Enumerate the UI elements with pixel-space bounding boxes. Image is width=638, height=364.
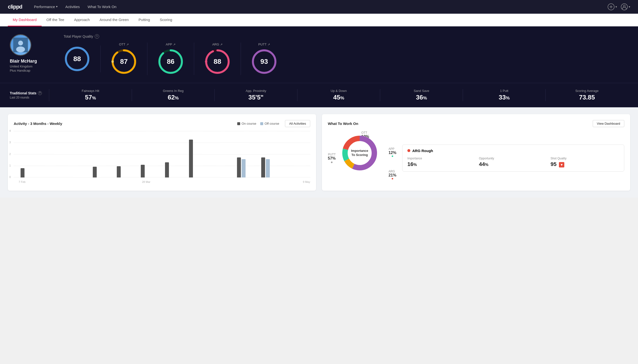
bar-on-11: [261, 158, 265, 178]
tab-off-the-tee[interactable]: Off the Tee: [42, 14, 69, 26]
svg-point-4: [623, 5, 625, 7]
stat-scoring-average: Scoring Average 73.85: [545, 89, 628, 101]
tab-around-the-green[interactable]: Around the Green: [95, 14, 134, 26]
x-axis-labels: 7 Feb 28 Mar 9 May: [19, 179, 310, 185]
putt-arrow-icon: ↗: [268, 43, 270, 46]
player-name: Blair McHarg: [10, 59, 37, 64]
gauge-label-ott: OTT ↗: [119, 42, 129, 46]
svg-point-3: [621, 4, 627, 10]
gauge-arg: ARG ↗ 88: [194, 42, 241, 75]
legend-off-course: Off course: [260, 122, 279, 126]
gauge-label-putt: PUTT ↗: [258, 42, 270, 46]
what-to-work-on-header: What To Work On View Dashboard: [328, 120, 624, 127]
help-icon[interactable]: ?: [95, 34, 99, 38]
activity-chart-title: Activity - 3 Months - Weekly: [14, 122, 62, 126]
gauge-label-app: APP ↗: [166, 42, 175, 46]
chevron-down-icon: ▾: [56, 5, 58, 8]
quality-section: Total Player Quality ? 88 OTT ↗: [64, 34, 628, 75]
red-arrow-icon: ▼: [559, 162, 564, 168]
bar-off-11: [266, 159, 270, 178]
logo[interactable]: clippd: [8, 4, 22, 10]
activity-chart-card: Activity - 3 Months - Weekly On course O…: [8, 114, 316, 191]
metric-shot-quality: Shot Quality 95 ▼: [551, 157, 619, 168]
view-dashboard-button[interactable]: View Dashboard: [593, 120, 624, 127]
bar-group-6: [141, 165, 164, 178]
legend-dot-off-course: [260, 122, 263, 125]
arg-arrow-icon: ↗: [220, 43, 223, 46]
metric-value-importance: 16%: [407, 161, 476, 168]
gauge-putt: PUTT ↗ 93: [241, 42, 287, 75]
metric-opportunity: Opportunity 44%: [479, 157, 547, 168]
gauges-container: 88 OTT ↗ 87: [64, 42, 628, 75]
gauge-ott: OTT ↗ 87: [101, 42, 147, 75]
quality-title: Total Player Quality ?: [64, 34, 628, 38]
user-chevron-icon: ▾: [629, 5, 630, 8]
detail-metrics: Importance 16% Opportunity 44% Shot Qual…: [407, 157, 619, 168]
add-button[interactable]: ▾: [608, 4, 617, 10]
detail-title: ARG Rough: [407, 149, 619, 153]
donut-svg-wrap: Importance To Scoring: [340, 134, 379, 172]
svg-point-6: [18, 40, 23, 46]
tab-approach[interactable]: Approach: [69, 14, 95, 26]
bar-on-8: [189, 140, 193, 178]
gauge-value-putt: 93: [260, 58, 268, 66]
bar-on-7: [165, 162, 169, 178]
bar-on-5: [117, 166, 121, 178]
donut-label-app: APP 12%: [388, 147, 396, 157]
stat-app-proximity: App. Proximity 35'5": [215, 89, 297, 101]
gauge-circle-total: 88: [64, 46, 91, 72]
stat-up-and-down: Up & Down 45%: [297, 89, 380, 101]
bar-group-7: [165, 162, 188, 178]
gauge-label-arg: ARG ↗: [212, 42, 223, 46]
hero-section: Blair McHarg United Kingdom Plus Handica…: [0, 26, 638, 83]
donut-chart-area: PUTT 57% OTT 10% APP 12% ARG: [328, 131, 396, 185]
nav-performance[interactable]: Performance ▾: [34, 3, 58, 11]
bar-group-11: [261, 158, 284, 178]
bar-group-1: [21, 168, 44, 178]
bar-group-10: [237, 158, 260, 178]
detail-dot: [407, 149, 410, 152]
stat-value-scoring: 73.85: [579, 94, 595, 101]
activity-chart-header: Activity - 3 Months - Weekly On course O…: [14, 120, 310, 127]
app-dot: [392, 156, 393, 157]
nav-right-icons: ▾ ▾: [608, 4, 630, 10]
gauge-circle-app: 86: [157, 48, 184, 75]
donut-center-text: Importance To Scoring: [351, 149, 368, 157]
metric-importance: Importance 16%: [407, 157, 476, 168]
player-info: Blair McHarg United Kingdom Plus Handica…: [10, 34, 54, 72]
trad-stats-subtitle: Last 20 rounds: [10, 96, 49, 99]
bar-off-10: [242, 159, 246, 178]
stat-1-putt: 1 Putt 33%: [463, 89, 545, 101]
x-label-feb: 7 Feb: [19, 180, 55, 183]
top-navigation: clippd Performance ▾ Activities What To …: [0, 0, 638, 14]
nav-activities[interactable]: Activities: [65, 3, 80, 11]
activity-chart-controls: On course Off course All Activities: [237, 120, 310, 127]
main-content: Activity - 3 Months - Weekly On course O…: [0, 107, 638, 198]
tab-scoring[interactable]: Scoring: [155, 14, 177, 26]
bar-on-10: [237, 158, 241, 178]
tab-my-dashboard[interactable]: My Dashboard: [8, 14, 42, 26]
app-arrow-icon: ↗: [173, 43, 175, 46]
ott-arrow-icon: ↗: [126, 43, 129, 46]
bar-group-4: [93, 167, 116, 178]
putt-dot: [331, 162, 332, 163]
all-activities-button[interactable]: All Activities: [285, 120, 310, 127]
traditional-stats-section: Traditional Stats ? Last 20 rounds Fairw…: [0, 83, 638, 107]
bar-group-5: [117, 166, 140, 178]
nav-what-to-work-on[interactable]: What To Work On: [88, 3, 117, 11]
donut-label-arg: ARG 21%: [388, 170, 396, 180]
svg-point-17: [205, 60, 207, 63]
bar-on-6: [141, 165, 145, 178]
user-account-button[interactable]: ▾: [621, 4, 630, 10]
tab-bar: My Dashboard Off the Tee Approach Around…: [0, 14, 638, 26]
avatar-placeholder: [11, 35, 31, 55]
donut-section: PUTT 57% OTT 10% APP 12% ARG: [328, 131, 624, 185]
svg-point-7: [16, 46, 25, 52]
gauge-app: APP ↗ 86: [147, 42, 194, 75]
trad-stats-help-icon[interactable]: ?: [38, 91, 42, 95]
bars-container: [19, 131, 310, 178]
bar-group-8: [189, 140, 212, 178]
gauge-value-app: 86: [167, 58, 174, 66]
metric-value-opportunity: 44%: [479, 161, 547, 168]
tab-putting[interactable]: Putting: [134, 14, 155, 26]
